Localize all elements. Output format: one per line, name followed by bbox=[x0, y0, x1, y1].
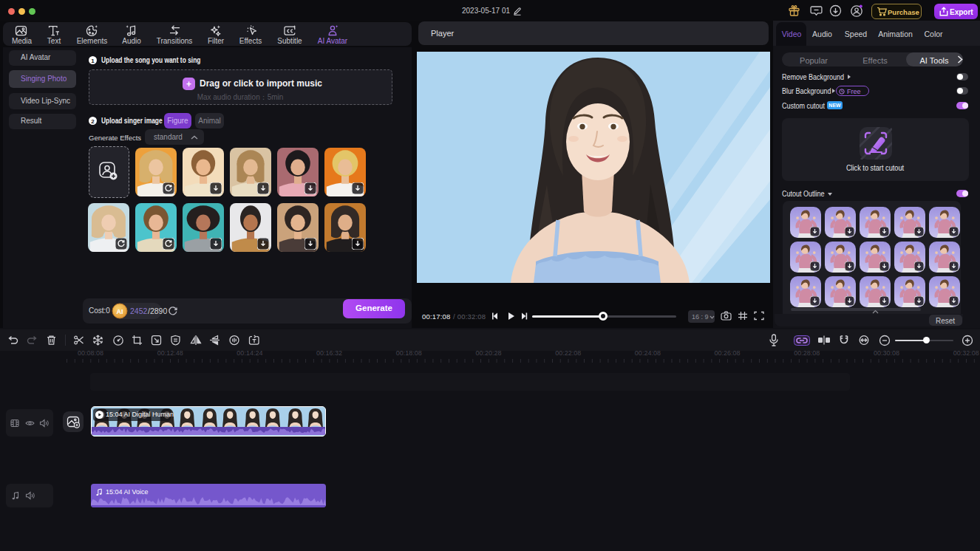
svg-text:AI: AI bbox=[117, 308, 123, 315]
